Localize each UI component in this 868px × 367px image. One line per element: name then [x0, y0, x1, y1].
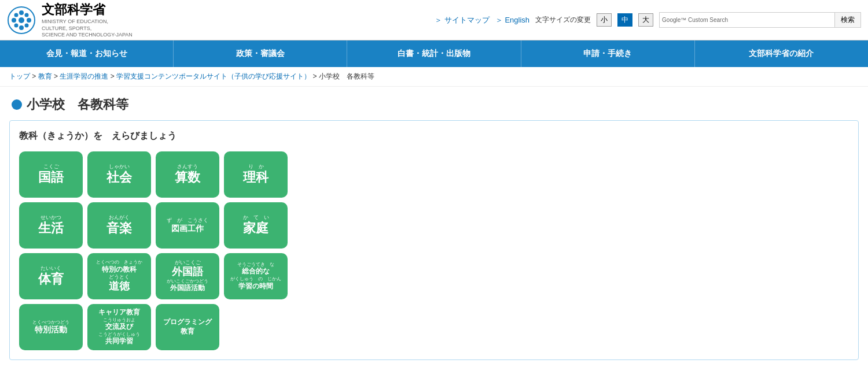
subject-shakai[interactable]: しゃかい 社会 [87, 151, 151, 198]
subject-prompt: 教科（きょうか）を えらびましょう [19, 130, 849, 142]
logo-en: MINISTRY OF EDUCATION, CULTURE, SPORTS, … [42, 18, 133, 39]
logo-jp: 文部科学省 [42, 1, 133, 18]
subject-selection-area: 教科（きょうか）を えらびましょう こくご 国語 しゃかい 社会 さんすう 算数… [9, 120, 859, 360]
subject-sansuu[interactable]: さんすう 算数 [156, 151, 219, 198]
font-medium-btn[interactable]: 中 [617, 13, 632, 27]
breadcrumb-top[interactable]: トップ [9, 72, 30, 80]
svg-point-8 [25, 23, 29, 27]
subject-programming[interactable]: プログラミング 教育 [156, 304, 219, 350]
subject-kokugo[interactable]: こくご 国語 [19, 151, 83, 198]
svg-point-5 [14, 13, 19, 17]
subject-ongaku[interactable]: おんがく 音楽 [87, 202, 151, 249]
nav-item-publications[interactable]: 白書・統計・出版物 [347, 40, 521, 67]
breadcrumb-portal[interactable]: 学習支援コンテンツポータルサイト（子供の学び応援サイト） [116, 72, 311, 80]
breadcrumb-lifelong[interactable]: 生涯学習の推進 [60, 72, 108, 80]
main-nav: 会見・報道・お知らせ 政策・審議会 白書・統計・出版物 申請・手続き 文部科学省… [0, 40, 868, 67]
sitemap-link[interactable]: ＞ サイトマップ [435, 15, 490, 25]
google-label: Google™ Custom Search [660, 16, 730, 24]
svg-point-2 [19, 25, 24, 30]
breadcrumb-current: 小学校 各教科等 [319, 72, 374, 80]
svg-point-7 [14, 23, 19, 27]
svg-point-4 [27, 18, 31, 23]
subject-rika[interactable]: り か 理科 [224, 151, 288, 198]
header-controls: ＞ サイトマップ ＞ English 文字サイズの変更 小 中 大 Google… [435, 12, 861, 28]
subject-row-3: たいいく 体育 とくべつの きょうか 特別の教科 どうとく 道徳 がいこくご 外… [19, 253, 849, 299]
subject-taiiku[interactable]: たいいく 体育 [19, 253, 83, 299]
subject-katei[interactable]: か て い 家庭 [224, 202, 288, 249]
svg-point-3 [12, 18, 16, 23]
page-title-area: 小学校 各教科等 [0, 87, 868, 120]
english-link[interactable]: ＞ English [495, 15, 529, 25]
subject-zukousaku[interactable]: ず が こうさく 図画工作 [156, 202, 219, 249]
search-input[interactable] [730, 14, 834, 27]
ministry-emblem-icon [7, 6, 36, 35]
site-header: 文部科学省 MINISTRY OF EDUCATION, CULTURE, SP… [0, 0, 868, 40]
subject-grid: こくご 国語 しゃかい 社会 さんすう 算数 り か 理科 せいかつ 生活 [19, 151, 849, 350]
breadcrumb-education[interactable]: 教育 [38, 72, 52, 80]
subject-career-kyoiku[interactable]: キャリア教育 こうりゅうおよ 交流及び こうどうがくしゅう 共同学習 [87, 304, 151, 350]
nav-item-about[interactable]: 文部科学省の紹介 [695, 40, 868, 67]
svg-point-9 [19, 17, 24, 23]
breadcrumb: トップ > 教育 > 生涯学習の推進 > 学習支援コンテンツポータルサイト（子供… [0, 67, 868, 87]
subject-seikatsu[interactable]: せいかつ 生活 [19, 202, 83, 249]
font-large-btn[interactable]: 大 [638, 13, 653, 27]
subject-sogoteki[interactable]: そうごうてき な 総合的な がくしゅう の じかん 学習の時間 [224, 253, 288, 299]
subject-row-1: こくご 国語 しゃかい 社会 さんすう 算数 り か 理科 [19, 151, 849, 198]
nav-item-procedures[interactable]: 申請・手続き [521, 40, 695, 67]
subject-tokubetsu-katsudo[interactable]: とくべつかつどう 特別活動 [19, 304, 83, 350]
nav-item-policy[interactable]: 政策・審議会 [174, 40, 347, 67]
font-size-label: 文字サイズの変更 [535, 15, 591, 25]
svg-point-1 [19, 10, 24, 15]
svg-point-6 [25, 13, 29, 17]
page-title: 小学校 各教科等 [12, 96, 856, 113]
subject-row-2: せいかつ 生活 おんがく 音楽 ず が こうさく 図画工作 か て い 家庭 [19, 202, 849, 249]
title-dot-icon [12, 99, 22, 110]
search-area: Google™ Custom Search 検索 [659, 12, 861, 28]
subject-dotoku[interactable]: とくべつの きょうか 特別の教科 どうとく 道徳 [87, 253, 151, 299]
subject-row-4: とくべつかつどう 特別活動 キャリア教育 こうりゅうおよ 交流及び こうどうがく… [19, 304, 849, 350]
subject-gaikokugo[interactable]: がいこくご 外国語 がいこくごかつどう 外国語活動 [156, 253, 219, 299]
font-small-btn[interactable]: 小 [597, 13, 612, 27]
logo-area: 文部科学省 MINISTRY OF EDUCATION, CULTURE, SP… [7, 1, 435, 39]
nav-item-news[interactable]: 会見・報道・お知らせ [0, 40, 174, 67]
logo-text: 文部科学省 MINISTRY OF EDUCATION, CULTURE, SP… [42, 1, 133, 39]
search-button[interactable]: 検索 [834, 13, 860, 27]
